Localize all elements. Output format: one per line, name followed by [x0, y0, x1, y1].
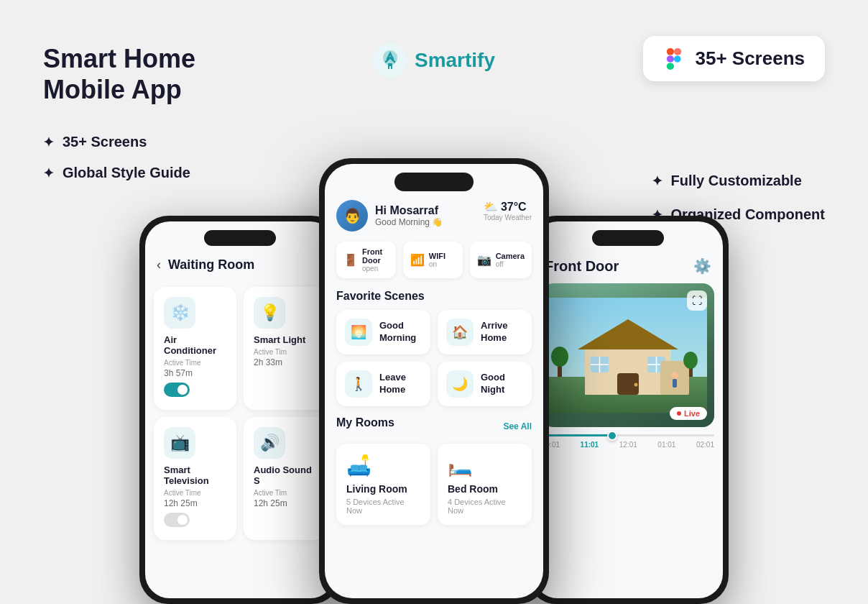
wifi-name: WIFI: [429, 252, 445, 260]
gear-icon[interactable]: ⚙️: [693, 257, 711, 275]
greeting-row: 👨 Hi Mosarraf Good Morning 👋 ⛅ 37°C Toda…: [336, 200, 532, 232]
audio-name: Audio Sound S: [254, 465, 316, 486]
timeline-line[interactable]: [542, 434, 714, 436]
wifi-val: on: [429, 260, 445, 268]
ac-time: 3h 57m: [164, 368, 226, 378]
room-living-room[interactable]: 🛋️ Living Room 5 Devices Active Now: [336, 444, 430, 525]
good-morning: Good Morning 👋: [375, 217, 443, 227]
live-badge: Live: [670, 407, 707, 420]
status-wifi: 📶 WIFI on: [403, 242, 463, 278]
scene-arrive-home[interactable]: 🏠 Arrive Home: [438, 310, 532, 354]
time-label-4: 02:01: [696, 441, 714, 449]
scene-good-night[interactable]: 🌙 Good Night: [438, 362, 532, 406]
bedroom-name: Bed Room: [448, 483, 522, 495]
expand-button[interactable]: ⛶: [687, 290, 707, 311]
tv-time: 12h 25m: [164, 498, 226, 508]
good-morning-icon: 🌅: [345, 319, 372, 346]
device-card-audio: 🔊 Audio Sound S Active Tim 12h 25m: [244, 417, 326, 540]
bedroom-devices: 4 Devices Active Now: [448, 498, 522, 515]
svg-rect-26: [673, 379, 677, 388]
timeline-thumb[interactable]: [607, 431, 617, 441]
audio-time-label: Active Tim: [254, 489, 316, 497]
scenes-title: Favorite Scenes: [336, 290, 532, 303]
room-title: Waiting Room: [168, 257, 254, 273]
light-icon: 💡: [254, 297, 285, 329]
tv-name: Smart Television: [164, 465, 226, 486]
camera-view: ⛶ Live: [542, 283, 714, 427]
phone-right: Front Door ⚙️: [527, 216, 729, 604]
feature-item-1: ✦ 35+ Screens: [43, 134, 195, 150]
status-front-door: 🚪 Front Door open: [336, 242, 396, 278]
weather-label: Today Weather: [484, 214, 532, 221]
greeting-text: Hi Mosarraf Good Morning 👋: [375, 204, 443, 227]
timeline-bar: [542, 434, 714, 436]
status-row: 🚪 Front Door open 📶 WIFI on: [336, 242, 532, 278]
figma-icon: [663, 48, 685, 70]
living-room-icon: 🛋️: [346, 454, 420, 477]
time-label-3: 01:01: [657, 441, 675, 449]
svg-point-7: [674, 55, 681, 63]
rooms-grid: 🛋️ Living Room 5 Devices Active Now 🛏️ B…: [336, 444, 532, 525]
room-bedroom[interactable]: 🛏️ Bed Room 4 Devices Active Now: [438, 444, 532, 525]
main-title: Smart Home Mobile App: [43, 43, 195, 105]
live-text: Live: [684, 409, 700, 418]
timeline-labels: 10:01 11:01 12:01 01:01 02:01: [542, 441, 714, 449]
left-phone-notch: [204, 230, 276, 246]
scenes-grid: 🌅 Good Morning 🏠 Arrive Home 🚶 Leave Hom…: [336, 310, 532, 406]
figma-badge: 35+ Screens: [643, 36, 825, 81]
timeline-progress: [542, 434, 611, 436]
svg-rect-4: [674, 48, 681, 55]
door-info: Front Door open: [362, 247, 389, 273]
greeting-left: 👨 Hi Mosarraf Good Morning 👋: [336, 200, 443, 232]
device-card-tv: 📺 Smart Television Active Time 12h 25m: [154, 417, 236, 540]
device-grid: ❄️ Air Conditioner Active Time 3h 57m 💡 …: [145, 281, 335, 546]
logo-center: Smartify: [373, 43, 495, 78]
svg-point-25: [671, 372, 678, 379]
wifi-icon: 📶: [410, 253, 425, 267]
phone-left: ‹ Waiting Room ❄️ Air Conditioner Active…: [139, 216, 341, 604]
good-night-icon: 🌙: [446, 370, 474, 398]
bedroom-icon: 🛏️: [448, 454, 522, 477]
status-camera: 📷 Camera off: [470, 242, 532, 278]
camera-name: Camera: [496, 252, 525, 260]
ac-toggle[interactable]: [164, 383, 190, 397]
living-room-devices: 5 Devices Active Now: [346, 498, 420, 515]
audio-time: 12h 25m: [254, 498, 316, 508]
front-door-title: Front Door: [545, 258, 619, 275]
light-name: Smart Light: [254, 334, 316, 345]
figma-badge-text: 35+ Screens: [695, 47, 805, 70]
scene-leave-home[interactable]: 🚶 Leave Home: [336, 362, 430, 406]
door-val: open: [362, 265, 389, 273]
ac-time-label: Active Time: [164, 359, 226, 367]
live-dot: [677, 411, 681, 416]
tv-toggle[interactable]: [164, 513, 190, 527]
back-arrow-icon[interactable]: ‹: [157, 257, 161, 273]
diamond-icon-1: ✦: [43, 134, 54, 150]
door-name: Front Door: [362, 247, 389, 265]
camera-val: off: [496, 260, 525, 268]
phone-center: 👨 Hi Mosarraf Good Morning 👋 ⛅ 37°C Toda…: [319, 158, 549, 604]
phone-right-inner: Front Door ⚙️: [533, 221, 723, 598]
timeline: 10:01 11:01 12:01 01:01 02:01: [533, 427, 723, 456]
svg-point-13: [634, 383, 638, 387]
good-night-label: Good Night: [481, 372, 523, 396]
logo-text: Smartify: [415, 49, 495, 72]
sun-icon: ⛅: [484, 200, 498, 214]
weather-wrap: ⛅ 37°C Today Weather: [484, 200, 532, 221]
svg-point-24: [683, 352, 698, 369]
svg-rect-6: [667, 63, 674, 70]
svg-point-22: [551, 347, 568, 367]
arrive-home-icon: 🏠: [446, 319, 474, 346]
hi-name: Hi Mosarraf: [375, 204, 443, 217]
weather-temp: ⛅ 37°C: [484, 200, 532, 214]
light-time-label: Active Tim: [254, 348, 316, 356]
smartify-logo-icon: [373, 43, 407, 78]
audio-icon: 🔊: [254, 427, 285, 459]
phones-container: ‹ Waiting Room ❄️ Air Conditioner Active…: [139, 158, 729, 604]
tv-time-label: Active Time: [164, 489, 226, 497]
see-all-button[interactable]: See All: [503, 421, 532, 431]
center-phone-notch: [394, 173, 474, 191]
device-card-ac: ❄️ Air Conditioner Active Time 3h 57m: [154, 287, 236, 410]
diamond-icon-2: ✦: [43, 165, 54, 181]
scene-good-morning[interactable]: 🌅 Good Morning: [336, 310, 430, 354]
